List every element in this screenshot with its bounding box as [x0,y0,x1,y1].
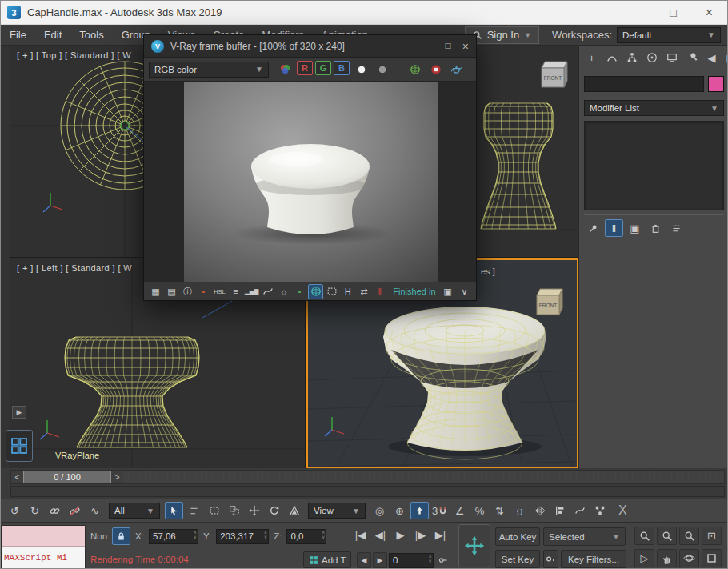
mirror-button[interactable] [530,502,549,519]
vfb-render-last-button[interactable] [447,61,466,78]
modifier-list-dropdown[interactable]: Modifier List ▼ [584,100,724,116]
tab-utilities[interactable] [682,49,701,66]
vfb-levels-button[interactable]: ≡ [228,284,243,299]
vfb-region-render-button[interactable] [406,61,424,78]
vfb-exposure-button[interactable]: ☼ [276,284,291,299]
unlink-selection-button[interactable] [66,502,84,519]
selection-filter-dropdown[interactable]: All ▼ [109,503,160,519]
x-coordinate-field[interactable]: 57,06∧∨ [149,529,198,544]
panel-scroll-right-button[interactable]: ▶ [722,49,728,66]
spinner-icon[interactable]: ∧∨ [322,530,325,539]
curve-editor-button[interactable] [570,502,589,519]
vfb-curves-button[interactable] [260,284,275,299]
panel-scroll-left-button[interactable]: ◀ [702,49,721,66]
transform-gizmo-button[interactable] [458,524,490,567]
reference-coordinate-dropdown[interactable]: View ▼ [308,503,366,519]
vfb-histogram-button[interactable]: ▂▅▇ [244,284,259,299]
vfb-track-mouse-button[interactable] [308,284,323,299]
object-color-swatch[interactable] [708,76,724,92]
object-name-field[interactable] [584,76,704,92]
zoom-extents-button[interactable] [679,527,699,545]
viewcube[interactable]: FRONT [535,55,570,94]
z-coordinate-field[interactable]: 0,0∧∨ [286,529,326,544]
snaps-toggle-button[interactable]: 3 [430,502,449,519]
y-coordinate-field[interactable]: 203,317∧∨ [216,529,269,544]
vfb-save-button[interactable]: ▦ [148,284,163,299]
percent-snap-button[interactable]: % [470,502,489,519]
make-unique-button[interactable]: ▣ [626,219,644,237]
vfb-hsl-button[interactable]: HSL [212,284,227,299]
vfb-info-button[interactable]: ⓘ [180,284,195,299]
prev-key-button[interactable]: ◀ [357,552,371,568]
minimize-button[interactable]: – [619,1,655,24]
spinner-icon[interactable]: ∧∨ [194,530,197,539]
vfb-maximize-button[interactable]: □ [446,40,451,53]
timeline-forward-button[interactable]: > [111,471,123,483]
next-frame-button[interactable]: |▶ [411,526,430,543]
next-key-button[interactable]: ▶ [373,552,387,568]
field-of-view-button[interactable]: ▷ [634,549,654,567]
selection-lock-button[interactable] [112,527,130,545]
show-end-result-button[interactable]: ‖ [605,219,623,237]
viewport-persp-label[interactable]: es ] [481,266,495,276]
select-and-manipulate-button[interactable]: ⊕ [390,502,409,519]
vfb-stop-button[interactable] [426,61,445,78]
bind-to-space-warp-button[interactable]: ∿ [86,502,104,519]
spinner-icon[interactable]: ∧∨ [264,530,267,539]
named-selection-sets-button[interactable]: { } [510,502,529,519]
selected-set-dropdown[interactable]: Selected ▼ [543,527,626,546]
viewport-left-label[interactable]: [ + ] [ Left ] [ Standard ] [ W [17,263,132,273]
modifier-stack[interactable] [584,121,724,210]
vfb-close-button[interactable]: × [462,40,469,53]
tab-display[interactable] [662,49,681,66]
go-to-start-button[interactable]: |◀ [351,526,370,543]
select-object-button[interactable] [165,502,183,519]
add-time-tag-button[interactable]: Add T [303,551,351,568]
vfb-load-button[interactable]: ▤ [164,284,179,299]
redo-button[interactable]: ↻ [26,502,44,519]
vfb-color-wheel-button[interactable] [276,61,294,78]
selection-region-button[interactable] [205,502,223,519]
window-crossing-button[interactable] [225,502,243,519]
vfb-red-swatch-button[interactable]: ▪ [196,284,211,299]
toolbar-x-button[interactable]: X [618,503,627,518]
close-button[interactable]: × [691,1,727,24]
vfb-ab-button[interactable]: ‖ [372,284,387,299]
play-button[interactable]: ▶ [391,526,410,543]
maxscript-listener-pane[interactable]: MAXScript Mi [2,547,85,569]
vfb-channel-dropdown[interactable]: RGB color ▼ [149,62,269,78]
macro-recorder-pane[interactable] [2,526,85,547]
menu-edit[interactable]: Edit [35,25,70,45]
time-slider[interactable]: < 0 / 100 > [10,470,725,484]
select-by-name-button[interactable] [185,502,203,519]
pan-button[interactable] [657,549,677,567]
vfb-alpha-channel-button[interactable] [352,61,370,78]
maximize-viewport-button[interactable] [702,549,722,567]
align-button[interactable] [550,502,569,519]
expand-tray-button[interactable]: ▶ [12,406,26,419]
select-and-link-button[interactable] [46,502,64,519]
tab-motion[interactable] [642,49,661,66]
vfb-green-channel-button[interactable]: G [315,61,331,75]
maximize-button[interactable]: □ [655,1,691,24]
zoom-region-button[interactable]: ⊡ [702,527,722,545]
vfb-dock-button[interactable]: ▣ [440,284,455,299]
keyboard-override-button[interactable] [410,502,429,519]
viewport-top-label[interactable]: [ + ] [ Top ] [ Standard ] [ W [17,50,131,60]
time-slider-track[interactable] [123,471,724,483]
vfb-minimize-button[interactable]: – [429,40,434,53]
undo-button[interactable]: ↺ [6,502,24,519]
time-slider-thumb[interactable]: 0 / 100 [23,471,111,483]
current-frame-field[interactable]: 0∧∨ [389,553,434,568]
orbit-button[interactable] [679,549,699,567]
track-bar[interactable] [10,486,725,497]
configure-modifier-sets-button[interactable] [667,219,686,237]
menu-tools[interactable]: Tools [70,25,112,45]
menu-file[interactable]: File [1,25,35,45]
timeline-back-button[interactable]: < [11,471,23,483]
schematic-view-button[interactable] [590,502,609,519]
vfb-compare-button[interactable]: ⇄ [356,284,371,299]
use-pivot-center-button[interactable]: ◎ [370,502,389,519]
spinner-snap-button[interactable]: ⇅ [490,502,509,519]
pin-stack-button[interactable] [584,219,602,237]
